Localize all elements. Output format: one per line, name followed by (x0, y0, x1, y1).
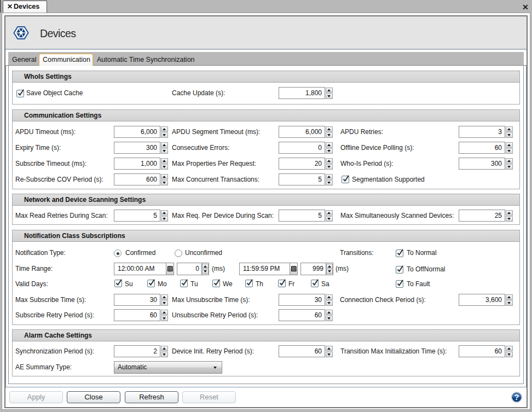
svg-text:?: ? (514, 393, 519, 402)
